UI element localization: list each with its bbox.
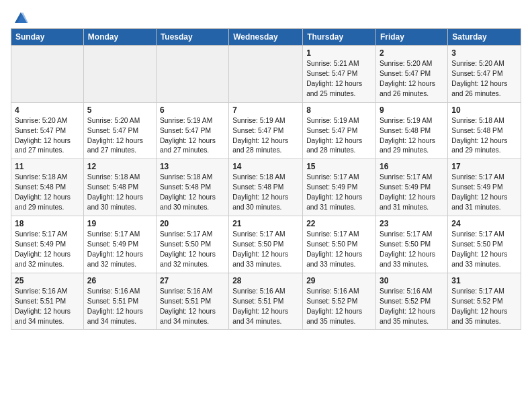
day-number: 19	[87, 219, 152, 228]
day-cell: 21Sunrise: 5:17 AM Sunset: 5:50 PM Dayli…	[229, 216, 303, 273]
col-header-thursday: Thursday	[303, 29, 376, 46]
day-number: 13	[160, 162, 225, 171]
day-number: 10	[451, 105, 517, 115]
day-number: 20	[160, 219, 225, 228]
week-row-1: 1Sunrise: 5:21 AM Sunset: 5:47 PM Daylig…	[11, 46, 521, 103]
day-cell: 1Sunrise: 5:21 AM Sunset: 5:47 PM Daylig…	[303, 46, 376, 103]
day-info: Sunrise: 5:19 AM Sunset: 5:47 PM Dayligh…	[160, 116, 225, 156]
logo	[11, 11, 28, 23]
day-info: Sunrise: 5:16 AM Sunset: 5:51 PM Dayligh…	[15, 287, 80, 327]
day-number: 16	[380, 162, 444, 171]
day-cell: 28Sunrise: 5:16 AM Sunset: 5:51 PM Dayli…	[229, 273, 303, 330]
calendar-table: SundayMondayTuesdayWednesdayThursdayFrid…	[11, 28, 521, 330]
day-number: 22	[306, 219, 372, 228]
header-row: SundayMondayTuesdayWednesdayThursdayFrid…	[11, 29, 521, 46]
day-cell: 27Sunrise: 5:16 AM Sunset: 5:51 PM Dayli…	[156, 273, 228, 330]
day-info: Sunrise: 5:16 AM Sunset: 5:51 PM Dayligh…	[232, 287, 299, 327]
week-row-4: 18Sunrise: 5:17 AM Sunset: 5:49 PM Dayli…	[11, 216, 521, 273]
day-cell: 22Sunrise: 5:17 AM Sunset: 5:50 PM Dayli…	[303, 216, 376, 273]
day-cell: 18Sunrise: 5:17 AM Sunset: 5:49 PM Dayli…	[11, 216, 84, 273]
day-cell: 31Sunrise: 5:17 AM Sunset: 5:52 PM Dayli…	[448, 273, 521, 330]
day-info: Sunrise: 5:18 AM Sunset: 5:48 PM Dayligh…	[232, 173, 299, 213]
day-number: 1	[306, 48, 372, 58]
day-info: Sunrise: 5:19 AM Sunset: 5:47 PM Dayligh…	[306, 116, 372, 156]
day-info: Sunrise: 5:17 AM Sunset: 5:49 PM Dayligh…	[15, 230, 80, 270]
col-header-saturday: Saturday	[448, 29, 521, 46]
day-number: 31	[451, 276, 517, 285]
day-info: Sunrise: 5:18 AM Sunset: 5:48 PM Dayligh…	[15, 173, 80, 213]
day-cell: 14Sunrise: 5:18 AM Sunset: 5:48 PM Dayli…	[229, 159, 303, 216]
col-header-tuesday: Tuesday	[156, 29, 228, 46]
day-cell	[229, 46, 303, 103]
day-cell: 25Sunrise: 5:16 AM Sunset: 5:51 PM Dayli…	[11, 273, 84, 330]
day-cell: 6Sunrise: 5:19 AM Sunset: 5:47 PM Daylig…	[156, 102, 228, 159]
logo-icon	[13, 11, 28, 26]
day-info: Sunrise: 5:20 AM Sunset: 5:47 PM Dayligh…	[380, 59, 444, 99]
day-info: Sunrise: 5:17 AM Sunset: 5:50 PM Dayligh…	[380, 230, 444, 270]
day-cell: 3Sunrise: 5:20 AM Sunset: 5:47 PM Daylig…	[448, 46, 521, 103]
day-cell: 30Sunrise: 5:16 AM Sunset: 5:52 PM Dayli…	[375, 273, 447, 330]
day-info: Sunrise: 5:20 AM Sunset: 5:47 PM Dayligh…	[15, 116, 80, 156]
day-cell: 20Sunrise: 5:17 AM Sunset: 5:50 PM Dayli…	[156, 216, 228, 273]
day-info: Sunrise: 5:17 AM Sunset: 5:49 PM Dayligh…	[306, 173, 372, 213]
day-number: 24	[451, 219, 517, 228]
col-header-friday: Friday	[375, 29, 447, 46]
day-cell: 5Sunrise: 5:20 AM Sunset: 5:47 PM Daylig…	[83, 102, 156, 159]
col-header-wednesday: Wednesday	[229, 29, 303, 46]
day-number: 5	[87, 105, 152, 115]
day-number: 18	[15, 219, 80, 228]
day-cell: 9Sunrise: 5:19 AM Sunset: 5:48 PM Daylig…	[375, 102, 447, 159]
day-number: 26	[87, 276, 152, 285]
day-info: Sunrise: 5:17 AM Sunset: 5:50 PM Dayligh…	[232, 230, 299, 270]
col-header-monday: Monday	[83, 29, 156, 46]
day-number: 29	[306, 276, 372, 285]
day-cell: 26Sunrise: 5:16 AM Sunset: 5:51 PM Dayli…	[83, 273, 156, 330]
day-cell: 7Sunrise: 5:19 AM Sunset: 5:47 PM Daylig…	[229, 102, 303, 159]
day-info: Sunrise: 5:20 AM Sunset: 5:47 PM Dayligh…	[87, 116, 152, 156]
week-row-3: 11Sunrise: 5:18 AM Sunset: 5:48 PM Dayli…	[11, 159, 521, 216]
day-cell: 4Sunrise: 5:20 AM Sunset: 5:47 PM Daylig…	[11, 102, 84, 159]
day-number: 7	[232, 105, 299, 115]
week-row-2: 4Sunrise: 5:20 AM Sunset: 5:47 PM Daylig…	[11, 102, 521, 159]
day-number: 2	[380, 48, 444, 58]
day-cell: 2Sunrise: 5:20 AM Sunset: 5:47 PM Daylig…	[375, 46, 447, 103]
col-header-sunday: Sunday	[11, 29, 84, 46]
day-cell: 10Sunrise: 5:18 AM Sunset: 5:48 PM Dayli…	[448, 102, 521, 159]
day-info: Sunrise: 5:18 AM Sunset: 5:48 PM Dayligh…	[160, 173, 225, 213]
day-number: 25	[15, 276, 80, 285]
day-cell: 23Sunrise: 5:17 AM Sunset: 5:50 PM Dayli…	[375, 216, 447, 273]
day-info: Sunrise: 5:17 AM Sunset: 5:50 PM Dayligh…	[451, 230, 517, 270]
day-info: Sunrise: 5:19 AM Sunset: 5:47 PM Dayligh…	[232, 116, 299, 156]
day-cell: 15Sunrise: 5:17 AM Sunset: 5:49 PM Dayli…	[303, 159, 376, 216]
day-cell	[11, 46, 84, 103]
day-info: Sunrise: 5:16 AM Sunset: 5:51 PM Dayligh…	[160, 287, 225, 327]
day-info: Sunrise: 5:18 AM Sunset: 5:48 PM Dayligh…	[451, 116, 517, 156]
day-info: Sunrise: 5:20 AM Sunset: 5:47 PM Dayligh…	[451, 59, 517, 99]
day-cell: 8Sunrise: 5:19 AM Sunset: 5:47 PM Daylig…	[303, 102, 376, 159]
day-cell: 17Sunrise: 5:17 AM Sunset: 5:49 PM Dayli…	[448, 159, 521, 216]
day-number: 28	[232, 276, 299, 285]
day-number: 6	[160, 105, 225, 115]
day-info: Sunrise: 5:17 AM Sunset: 5:49 PM Dayligh…	[380, 173, 444, 213]
day-info: Sunrise: 5:18 AM Sunset: 5:48 PM Dayligh…	[87, 173, 152, 213]
day-info: Sunrise: 5:17 AM Sunset: 5:49 PM Dayligh…	[451, 173, 517, 213]
day-number: 8	[306, 105, 372, 115]
day-number: 27	[160, 276, 225, 285]
day-cell	[156, 46, 228, 103]
day-info: Sunrise: 5:19 AM Sunset: 5:48 PM Dayligh…	[380, 116, 444, 156]
day-number: 11	[15, 162, 80, 171]
day-cell: 29Sunrise: 5:16 AM Sunset: 5:52 PM Dayli…	[303, 273, 376, 330]
day-number: 4	[15, 105, 80, 115]
day-number: 15	[306, 162, 372, 171]
day-info: Sunrise: 5:17 AM Sunset: 5:49 PM Dayligh…	[87, 230, 152, 270]
day-cell: 11Sunrise: 5:18 AM Sunset: 5:48 PM Dayli…	[11, 159, 84, 216]
day-info: Sunrise: 5:17 AM Sunset: 5:50 PM Dayligh…	[306, 230, 372, 270]
day-number: 3	[451, 48, 517, 58]
day-number: 9	[380, 105, 444, 115]
day-info: Sunrise: 5:16 AM Sunset: 5:52 PM Dayligh…	[380, 287, 444, 327]
day-number: 17	[451, 162, 517, 171]
day-info: Sunrise: 5:21 AM Sunset: 5:47 PM Dayligh…	[306, 59, 372, 99]
day-cell: 19Sunrise: 5:17 AM Sunset: 5:49 PM Dayli…	[83, 216, 156, 273]
day-info: Sunrise: 5:16 AM Sunset: 5:52 PM Dayligh…	[306, 287, 372, 327]
day-info: Sunrise: 5:16 AM Sunset: 5:51 PM Dayligh…	[87, 287, 152, 327]
